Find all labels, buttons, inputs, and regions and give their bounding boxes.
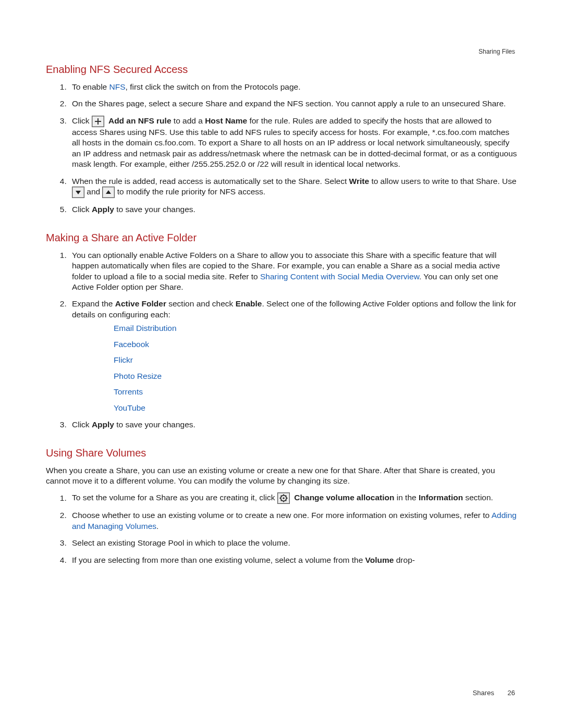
text: When the rule is added, read access is a… [72,177,349,186]
text: section. [463,493,493,502]
list-item: Click Apply to save your changes. [69,419,517,430]
list-item: Click Apply to save your changes. [69,204,517,215]
plus-icon [92,116,104,127]
text-bold: Change volume allocation [292,493,394,502]
footer-label: Shares [473,689,494,697]
text: Click [72,420,92,429]
list-item: If you are selecting from more than one … [69,555,517,565]
heading-share-volumes: Using Share Volumes [46,447,517,459]
link-flickr[interactable]: Flickr [114,355,133,364]
text: to modify the rule priority for NFS acce… [117,187,265,196]
text: to allow users to write to that Share. U… [369,177,517,186]
link-sharing-content[interactable]: Sharing Content with Social Media Overvi… [260,272,419,281]
paragraph: When you create a Share, you can use an … [46,465,517,487]
page-number: 26 [508,689,515,697]
text-bold: Add an NFS rule [106,116,171,125]
text-bold: Write [349,177,369,186]
text-bold: Volume [365,556,394,564]
list-item: To set the volume for a Share as you are… [69,492,517,504]
list-item: Photo Resize [114,371,517,381]
active-folder-options-list: Email Distribution Facebook Flickr Photo… [72,323,517,413]
text-bold: Information [419,493,463,502]
heading-active-folder: Making a Share an Active Folder [46,232,517,244]
link-youtube[interactable]: YouTube [114,403,145,412]
text: Click [72,205,92,214]
list-item: YouTube [114,403,517,413]
text: Choose whether to use an existing volume… [72,511,492,520]
list-item: Facebook [114,339,517,350]
text-bold: Apply [92,205,114,214]
svg-line-10 [281,500,282,501]
text: drop- [394,556,415,564]
svg-line-11 [285,496,286,497]
list-item: Email Distribution [114,323,517,334]
list-item: On the Shares page, select a secure Shar… [69,98,517,109]
text: to add a [172,116,205,125]
link-torrents[interactable]: Torrents [114,387,143,396]
text-bold: Apply [92,420,114,429]
link-photo-resize[interactable]: Photo Resize [114,372,162,380]
list-item: Select an existing Storage Pool in which… [69,538,517,548]
heading-enabling-nfs: Enabling NFS Secured Access [46,64,517,76]
svg-point-3 [283,498,285,500]
text-bold: Active Folder [115,299,166,308]
svg-line-9 [285,500,286,501]
arrow-up-icon [102,187,115,198]
text: To enable [72,82,109,91]
link-nfs[interactable]: NFS [109,82,126,91]
text: . [156,522,158,530]
gear-icon [277,492,290,504]
page-footer: Shares 26 [473,689,515,697]
text: to save your changes. [114,420,195,429]
arrow-down-icon [72,187,84,198]
text: Click [72,116,92,125]
list-item: To enable NFS, first click the switch on… [69,82,517,92]
svg-marker-0 [76,191,81,194]
list-item: Choose whether to use an existing volume… [69,510,517,532]
svg-marker-1 [106,190,111,194]
text-bold: Host Name [205,116,247,125]
text: To set the volume for a Share as you are… [72,493,277,502]
document-page: Sharing Files Enabling NFS Secured Acces… [0,0,563,728]
steps-list-active-folder: You can optionally enable Active Folders… [46,250,517,430]
text: Expand the [72,299,115,308]
list-item: Expand the Active Folder section and che… [69,299,517,413]
link-email-distribution[interactable]: Email Distribution [114,324,177,332]
steps-list-volumes: To set the volume for a Share as you are… [46,492,517,565]
text-bold: Enable [236,299,262,308]
list-item: You can optionally enable Active Folders… [69,250,517,293]
list-item: Click Add an NFS rule to add a Host Name… [69,116,517,170]
text: in the [394,493,419,502]
text: to save your changes. [114,205,195,214]
list-item: Torrents [114,387,517,397]
link-facebook[interactable]: Facebook [114,340,149,349]
text: If you are selecting from more than one … [72,556,365,564]
svg-line-8 [281,496,282,497]
text: section and check [166,299,236,308]
list-item: When the rule is added, read access is a… [69,176,517,198]
steps-list-nfs: To enable NFS, first click the switch on… [46,82,517,215]
list-item: Flickr [114,355,517,365]
text: , first click the switch on from the Pro… [126,82,301,91]
text: and [87,187,102,196]
header-section-label: Sharing Files [479,48,515,55]
